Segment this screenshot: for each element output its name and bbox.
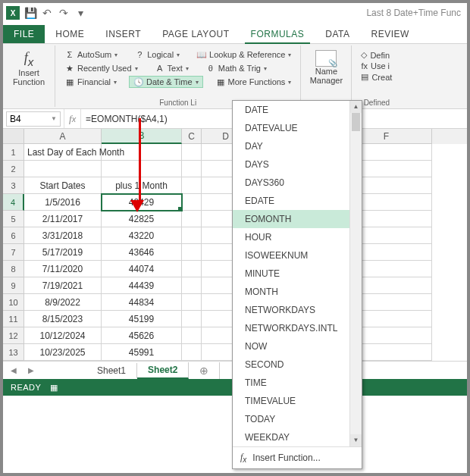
dropdown-item[interactable]: SECOND: [233, 355, 362, 374]
redo-icon[interactable]: ↷: [58, 7, 70, 19]
row-header[interactable]: 12: [3, 327, 24, 344]
cell[interactable]: [182, 277, 202, 294]
tab-review[interactable]: REVIEW: [360, 25, 419, 43]
more-functions-button[interactable]: ▦More Functions▾: [211, 76, 296, 88]
dropdown-item[interactable]: TIME: [233, 374, 362, 392]
cell[interactable]: [182, 177, 202, 194]
col-header-c[interactable]: C: [182, 129, 202, 144]
cell[interactable]: [182, 261, 202, 277]
dropdown-item[interactable]: NETWORKDAYS: [233, 301, 362, 319]
dropdown-item[interactable]: MONTH: [233, 283, 362, 301]
scroll-up-icon[interactable]: ▲: [350, 101, 362, 113]
row-header[interactable]: 7: [3, 244, 24, 261]
math-trig-button[interactable]: θMath & Trig▾: [201, 62, 271, 74]
cell[interactable]: 45199: [102, 311, 182, 327]
create-from-selection-button[interactable]: ▤Creat: [361, 72, 392, 82]
recently-used-button[interactable]: ★Recently Used▾: [60, 62, 143, 74]
dropdown-item[interactable]: NETWORKDAYS.INTL: [233, 319, 362, 337]
lookup-button[interactable]: 📖Lookup & Reference▾: [192, 49, 296, 61]
cell[interactable]: [182, 161, 202, 177]
tab-insert[interactable]: INSERT: [95, 25, 152, 43]
cell[interactable]: [182, 211, 202, 227]
sheet-tab-sheet1[interactable]: Sheet1: [86, 363, 137, 378]
dropdown-item[interactable]: WEEKDAY: [233, 428, 362, 446]
col-header-a[interactable]: A: [24, 129, 102, 144]
cell[interactable]: 7/11/2020: [24, 261, 102, 277]
cell[interactable]: 2/11/2017: [24, 211, 102, 227]
sheet-tab-sheet2[interactable]: Sheet2: [137, 362, 189, 379]
cell[interactable]: 10/23/2025: [24, 344, 102, 361]
row-header[interactable]: 6: [3, 227, 24, 244]
cell[interactable]: Start Dates: [24, 177, 102, 194]
scroll-down-icon[interactable]: ▼: [350, 434, 362, 446]
insert-function-button[interactable]: fx Insert Function: [8, 47, 50, 86]
dropdown-item[interactable]: DATE: [233, 101, 362, 119]
row-header[interactable]: 5: [3, 211, 24, 227]
dropdown-item[interactable]: TODAY: [233, 410, 362, 428]
cell[interactable]: [182, 227, 202, 244]
row-header[interactable]: 2: [3, 161, 24, 177]
cell[interactable]: 43220: [102, 227, 182, 244]
insert-function-menu-item[interactable]: fx Insert Function...: [233, 446, 362, 468]
row-header[interactable]: 13: [3, 344, 24, 361]
macro-record-icon[interactable]: ▦: [50, 383, 58, 393]
cell[interactable]: [24, 161, 102, 177]
save-icon[interactable]: 💾: [24, 7, 36, 19]
cell[interactable]: 8/15/2023: [24, 311, 102, 327]
undo-icon[interactable]: ↶: [41, 7, 53, 19]
cell[interactable]: 10/12/2024: [24, 327, 102, 344]
row-header[interactable]: 11: [3, 311, 24, 327]
dropdown-item[interactable]: EOMONTH: [233, 210, 362, 228]
date-time-button[interactable]: 🕓Date & Time▾: [129, 76, 203, 88]
dropdown-item[interactable]: ISOWEEKNUM: [233, 246, 362, 265]
name-manager-button[interactable]: Name Manager: [306, 47, 346, 85]
dropdown-scrollbar[interactable]: ▲ ▼: [349, 101, 362, 446]
row-header[interactable]: 1: [3, 144, 24, 161]
financial-button[interactable]: ▦Financial▾: [60, 76, 121, 88]
cell[interactable]: 45626: [102, 327, 182, 344]
row-header[interactable]: 4: [3, 194, 24, 211]
use-in-formula-button[interactable]: fxUse i: [361, 61, 392, 70]
cell[interactable]: [182, 294, 202, 311]
row-header[interactable]: 8: [3, 261, 24, 277]
row-header[interactable]: 10: [3, 294, 24, 311]
dropdown-item[interactable]: MINUTE: [233, 265, 362, 283]
cell[interactable]: 45991: [102, 344, 182, 361]
cell[interactable]: 7/19/2021: [24, 277, 102, 294]
dropdown-item[interactable]: EDATE: [233, 192, 362, 210]
tab-page-layout[interactable]: PAGE LAYOUT: [152, 25, 240, 43]
cell[interactable]: [182, 194, 202, 211]
cell[interactable]: 1/5/2016: [24, 194, 102, 211]
scroll-thumb[interactable]: [352, 113, 360, 131]
cell[interactable]: [182, 311, 202, 327]
cell[interactable]: 42825: [102, 211, 182, 227]
file-tab[interactable]: FILE: [3, 25, 45, 43]
tab-formulas[interactable]: FORMULAS: [240, 25, 315, 43]
dropdown-item[interactable]: NOW: [233, 337, 362, 355]
tab-data[interactable]: DATA: [315, 25, 360, 43]
tab-home[interactable]: HOME: [45, 25, 95, 43]
autosum-button[interactable]: ΣAutoSum▾: [60, 49, 122, 61]
dropdown-item[interactable]: DAYS: [233, 155, 362, 174]
cell[interactable]: 3/31/2018: [24, 227, 102, 244]
dropdown-item[interactable]: DATEVALUE: [233, 119, 362, 137]
cell[interactable]: [182, 327, 202, 344]
qat-dropdown-icon[interactable]: ▾: [74, 7, 86, 19]
cell[interactable]: [182, 144, 202, 161]
define-name-button[interactable]: ◇Defin: [361, 50, 392, 60]
text-button[interactable]: AText▾: [150, 62, 193, 74]
name-box[interactable]: B4▼: [6, 111, 61, 127]
cell[interactable]: [182, 344, 202, 361]
cell[interactable]: [182, 244, 202, 261]
logical-button[interactable]: ?Logical▾: [130, 49, 184, 61]
fx-button[interactable]: fx: [64, 109, 81, 128]
dropdown-item[interactable]: DAY: [233, 137, 362, 155]
add-sheet-button[interactable]: ⊕: [189, 362, 220, 379]
dropdown-item[interactable]: HOUR: [233, 228, 362, 246]
row-header[interactable]: 3: [3, 177, 24, 194]
cell[interactable]: 8/9/2022: [24, 294, 102, 311]
cell[interactable]: 44439: [102, 277, 182, 294]
cell[interactable]: 43646: [102, 244, 182, 261]
row-header[interactable]: 9: [3, 277, 24, 294]
dropdown-item[interactable]: DAYS360: [233, 174, 362, 192]
